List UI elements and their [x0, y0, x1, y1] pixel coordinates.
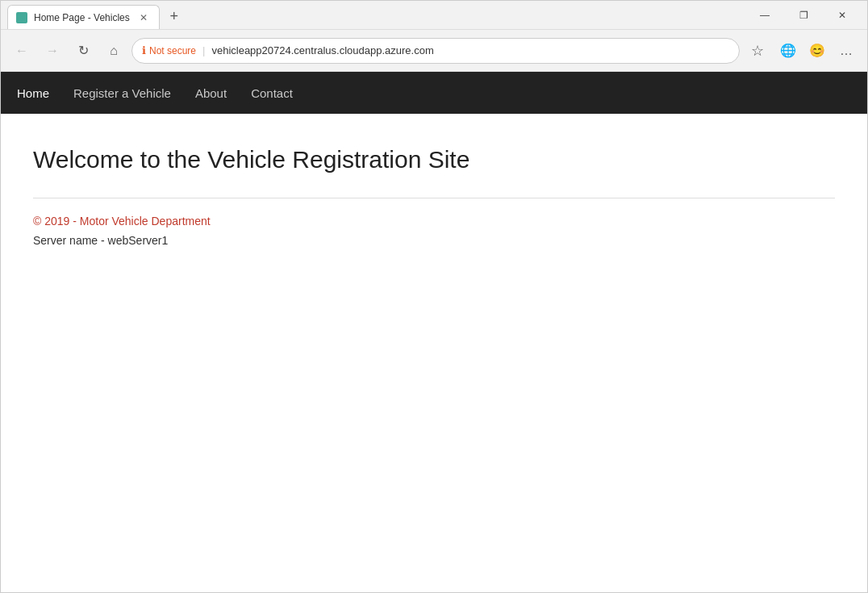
- emoji-icon[interactable]: 😊: [804, 38, 830, 64]
- main-content: Welcome to the Vehicle Registration Site…: [1, 114, 867, 592]
- refresh-icon: ↻: [78, 43, 89, 58]
- menu-button[interactable]: …: [833, 38, 859, 64]
- home-icon: ⌂: [110, 44, 118, 58]
- close-button[interactable]: ✕: [824, 1, 861, 30]
- back-button[interactable]: ←: [9, 38, 35, 64]
- nav-home[interactable]: Home: [17, 86, 49, 100]
- url-divider: |: [202, 44, 205, 56]
- info-icon: ℹ: [142, 44, 146, 56]
- security-label: Not secure: [149, 45, 196, 56]
- extension-icon[interactable]: 🌐: [775, 38, 801, 64]
- footer-server: Server name - webServer1: [33, 234, 835, 247]
- browser-extras: 🌐 😊 …: [775, 38, 859, 64]
- favorites-button[interactable]: ☆: [745, 38, 770, 64]
- nav-register[interactable]: Register a Vehicle: [73, 86, 171, 100]
- back-icon: ←: [15, 44, 28, 58]
- page-content: Home Register a Vehicle About Contact We…: [1, 72, 867, 592]
- refresh-button[interactable]: ↻: [70, 38, 96, 64]
- url-bar[interactable]: ℹ Not secure | vehicleapp20724.centralus…: [131, 38, 740, 64]
- divider: [33, 198, 835, 198]
- nav-about[interactable]: About: [195, 86, 227, 100]
- restore-button[interactable]: ❐: [785, 1, 822, 30]
- browser-tab[interactable]: Home Page - Vehicles ✕: [7, 5, 160, 29]
- forward-button[interactable]: →: [40, 38, 65, 64]
- home-button[interactable]: ⌂: [101, 38, 127, 64]
- footer-copyright: © 2019 - Motor Vehicle Department: [33, 215, 835, 228]
- minimize-button[interactable]: —: [746, 1, 783, 30]
- forward-icon: →: [46, 44, 59, 58]
- new-tab-button[interactable]: +: [163, 5, 186, 27]
- nav-contact[interactable]: Contact: [251, 86, 293, 100]
- page-heading: Welcome to the Vehicle Registration Site: [33, 146, 835, 173]
- tab-favicon: [16, 12, 27, 23]
- title-bar: Home Page - Vehicles ✕ + — ❐ ✕: [1, 1, 867, 30]
- address-bar: ← → ↻ ⌂ ℹ Not secure | vehicleapp20724.c…: [1, 30, 867, 72]
- window-controls: — ❐ ✕: [746, 1, 861, 30]
- url-text: vehicleapp20724.centralus.cloudapp.azure…: [211, 44, 729, 56]
- tab-close-button[interactable]: ✕: [136, 10, 151, 25]
- site-nav: Home Register a Vehicle About Contact: [1, 72, 867, 114]
- security-indicator: ℹ Not secure: [142, 44, 196, 56]
- tab-strip: Home Page - Vehicles ✕ +: [7, 1, 743, 29]
- tab-title: Home Page - Vehicles: [34, 12, 130, 23]
- browser-window: Home Page - Vehicles ✕ + — ❐ ✕ ← → ↻ ⌂ ℹ…: [0, 0, 868, 593]
